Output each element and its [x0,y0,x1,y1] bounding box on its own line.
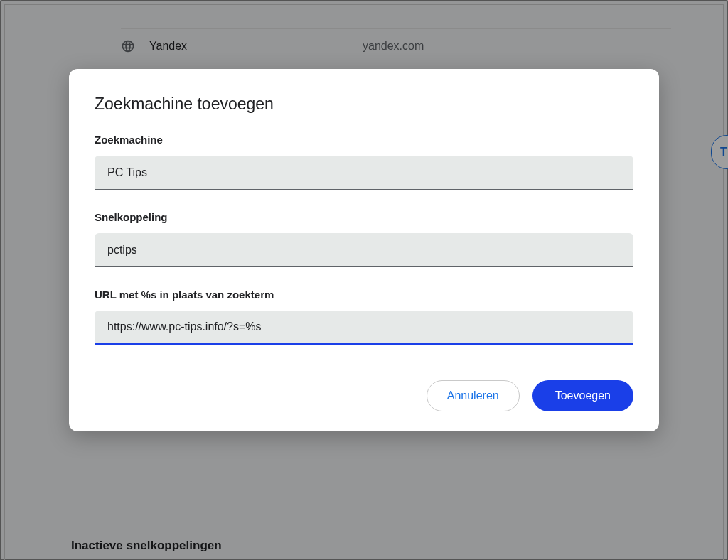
url-input[interactable] [95,311,633,345]
label-search-engine: Zoekmachine [95,134,633,146]
field-group-url: URL met %s in plaats van zoekterm [95,289,633,345]
field-group-shortcut: Snelkoppeling [95,211,633,267]
add-button[interactable]: Toevoegen [532,380,633,411]
add-search-engine-dialog: Zoekmachine toevoegen Zoekmachine Snelko… [69,69,659,431]
label-shortcut: Snelkoppeling [95,211,633,223]
dialog-title: Zoekmachine toevoegen [95,95,633,114]
label-url: URL met %s in plaats van zoekterm [95,289,633,301]
cancel-button[interactable]: Annuleren [427,380,520,411]
field-group-name: Zoekmachine [95,134,633,190]
dialog-actions: Annuleren Toevoegen [95,380,633,411]
search-engine-input[interactable] [95,156,633,190]
shortcut-input[interactable] [95,233,633,267]
